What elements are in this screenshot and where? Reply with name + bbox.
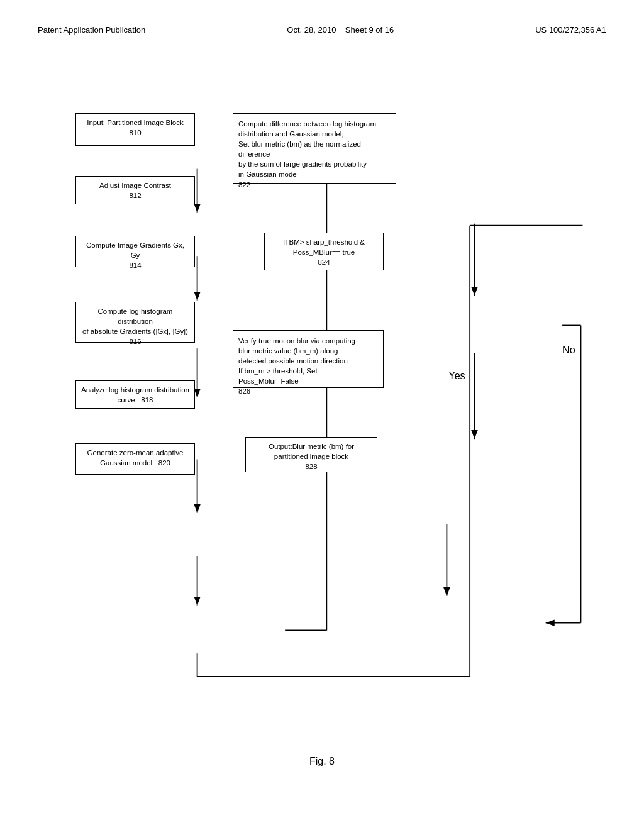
box-814: Compute Image Gradients Gx, Gy814: [75, 236, 195, 267]
figure-label: Fig. 8: [0, 756, 644, 767]
flowchart-diagram: Yes No Input: Partitioned Image Block 81…: [38, 94, 606, 704]
box-828: Output:Blur metric (bm) forpartitioned i…: [245, 437, 377, 472]
svg-text:No: No: [562, 344, 575, 355]
box-820: Generate zero-mean adaptiveGaussian mode…: [75, 443, 195, 475]
header-right: US 100/272,356 A1: [535, 25, 606, 35]
header-left: Patent Application Publication: [38, 25, 145, 35]
box-812: Adjust Image Contrast812: [75, 176, 195, 204]
box-824: If BM> sharp_threshold &Poss_MBlur== tru…: [264, 233, 384, 270]
box-826: Verify true motion blur via computingblu…: [233, 330, 384, 388]
box-810: Input: Partitioned Image Block 810: [75, 113, 195, 146]
box-816: Compute log histogram distributionof abs…: [75, 302, 195, 343]
page-header: Patent Application Publication Oct. 28, …: [0, 25, 644, 35]
box-818: Analyze log histogram distributioncurve …: [75, 380, 195, 409]
box-822: Compute difference between log histogram…: [233, 113, 396, 184]
svg-text:Yes: Yes: [448, 370, 465, 381]
header-center: Oct. 28, 2010 Sheet 9 of 16: [287, 25, 394, 35]
